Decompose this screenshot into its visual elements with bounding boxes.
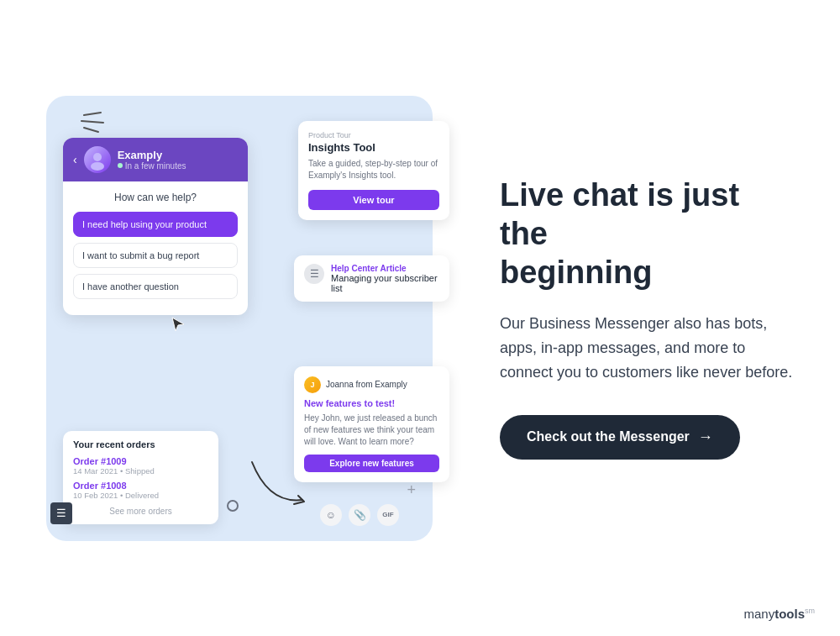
gif-icon[interactable]: GIF (377, 504, 399, 526)
deco-cross-icon: + (407, 481, 416, 499)
order-number: Order #1008 (73, 481, 208, 491)
svg-line-1 (81, 121, 103, 123)
recent-orders-title: Your recent orders (73, 439, 208, 449)
new-features-card: J Joanna from Examply New features to te… (294, 366, 449, 482)
help-center-label: Help Center Article (331, 264, 439, 273)
svg-line-2 (84, 128, 98, 132)
new-features-title: New features to test! (304, 398, 439, 408)
deco-circle (227, 500, 239, 512)
sender-avatar: J (304, 376, 321, 393)
chat-body: How can we help? I need help using your … (63, 181, 248, 315)
order-meta: 14 Mar 2021 • Shipped (73, 466, 208, 476)
product-tour-label: Product Tour (308, 131, 439, 139)
see-more-link[interactable]: See more orders (73, 507, 208, 516)
right-section: Live chat is just the beginning Our Busi… (449, 176, 811, 459)
illustration-section: ‹ Examply In a few minu (29, 96, 449, 541)
cta-button[interactable]: Check out the Messenger → (500, 415, 740, 460)
main-heading: Live chat is just the beginning (500, 176, 794, 292)
product-tour-title: Insights Tool (308, 141, 439, 154)
chat-toolbar: ☺ 📎 GIF (320, 504, 399, 526)
attachment-icon[interactable]: 📎 (349, 504, 370, 526)
brand-tm: sm (805, 607, 815, 615)
sender-info: J Joanna from Examply (304, 376, 439, 393)
status-dot-icon (118, 163, 123, 168)
order-item: Order #1009 14 Mar 2021 • Shipped (73, 456, 208, 476)
explore-button[interactable]: Explore new features (304, 455, 439, 472)
chat-header-info: Examply In a few minutes (118, 149, 186, 171)
brand-tools: tools (774, 607, 805, 621)
how-can-we-help-text: How can we help? (73, 192, 238, 203)
company-name: Examply (118, 149, 186, 161)
cta-label: Check out the Messenger (527, 429, 690, 444)
product-tour-description: Take a guided, step-by-step tour of Exam… (308, 158, 439, 181)
help-center-title: Managing your subscriber list (331, 273, 439, 293)
deco-arrow-icon (244, 454, 311, 516)
back-button[interactable]: ‹ (73, 153, 77, 166)
help-center-info: Help Center Article Managing your subscr… (331, 264, 439, 293)
chat-option-other[interactable]: I have another question (73, 274, 238, 299)
help-center-card: ☰ Help Center Article Managing your subs… (294, 255, 449, 302)
cursor-icon (171, 316, 186, 334)
new-features-message: Hey John, we just released a bunch of ne… (304, 413, 439, 448)
cta-arrow-icon: → (698, 428, 713, 446)
chat-header: ‹ Examply In a few minu (63, 138, 248, 181)
brand-logo: manytoolssm (743, 607, 815, 621)
order-number: Order #1009 (73, 456, 208, 466)
order-meta: 10 Feb 2021 • Delivered (73, 491, 208, 500)
order-item: Order #1008 10 Feb 2021 • Delivered (73, 481, 208, 500)
illustration-bg: ‹ Examply In a few minu (46, 96, 433, 541)
help-center-icon: ☰ (304, 264, 324, 284)
emoji-icon[interactable]: ☺ (320, 504, 342, 526)
svg-line-0 (84, 113, 101, 115)
svg-point-4 (91, 162, 104, 171)
sub-text: Our Business Messenger also has bots, ap… (500, 312, 794, 384)
chat-option-product[interactable]: I need help using your product (73, 212, 238, 237)
view-tour-button[interactable]: View tour (308, 190, 439, 210)
messenger-icon[interactable]: ☰ (50, 502, 72, 524)
chat-option-bug[interactable]: I want to submit a bug report (73, 243, 238, 268)
deco-lines-icon (80, 111, 113, 136)
product-tour-card: Product Tour Insights Tool Take a guided… (298, 121, 449, 220)
svg-point-3 (93, 153, 102, 161)
chat-status: In a few minutes (118, 161, 186, 171)
brand-many: many (743, 607, 774, 621)
sender-name: Joanna from Examply (326, 380, 407, 389)
avatar (84, 146, 111, 173)
recent-orders-panel: Your recent orders Order #1009 14 Mar 20… (63, 431, 218, 524)
chat-window: ‹ Examply In a few minu (63, 138, 248, 315)
